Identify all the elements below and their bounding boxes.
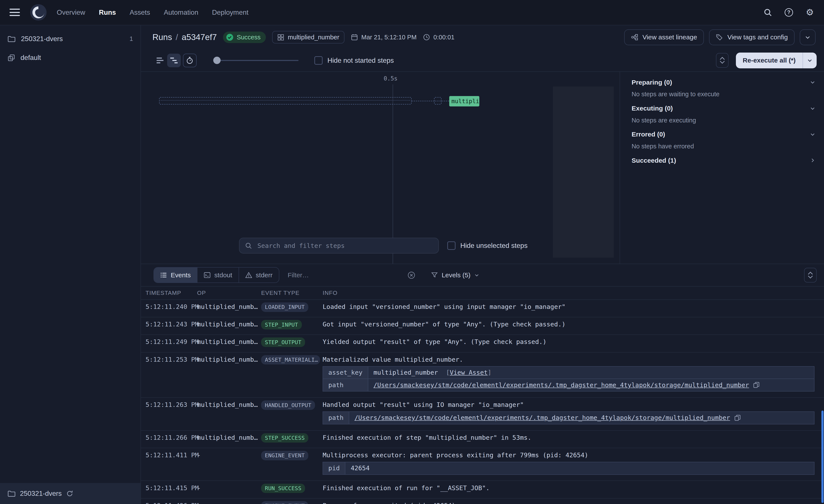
refresh-icon[interactable] [66,490,73,497]
table-row[interactable]: 5:12:11.426 PM - ENGINE_EVENT Process fo… [141,499,824,504]
status-section-header[interactable]: Errored (0) [631,131,816,138]
status-badge: Success [223,31,266,43]
status-section-header[interactable]: Preparing (0) [631,79,816,86]
sidebar-footer-label: 250321-dvers [20,490,62,498]
gantt-zoom-slider[interactable] [213,57,298,64]
main-panel: Runs / a5347ef7 Success multiplied_numbe… [141,25,824,504]
meta-key: path [323,379,368,391]
section-body: No steps are executing [631,117,816,124]
event-info: Materialized value multiplied_number. as… [323,353,815,397]
planned-step-bar[interactable] [159,97,411,105]
event-info-text: Multiprocess executor: parent process ex… [323,451,815,460]
list-icon [160,272,167,279]
re-execute-button[interactable]: Re-execute all (*) [736,52,803,69]
view-asset-link[interactable]: View Asset [450,369,488,376]
chevron-down-icon [805,34,811,40]
table-row[interactable]: 5:12:11.266 PM multiplied_number STEP_SU… [141,431,824,448]
status-section-succeeded: Succeeded (1) [620,153,824,167]
log-table-body: 5:12:11.240 PM multiplied_number LOADED_… [141,300,824,504]
event-op: - [197,448,261,463]
help-icon[interactable]: ? [784,8,794,17]
view-tags-config-button[interactable]: View tags and config [709,29,795,45]
check-circle-icon [226,33,234,41]
gantt-view-flat-button[interactable] [153,54,167,67]
step-bar-multiplied-number[interactable]: multipli… [449,96,479,107]
event-timestamp: 5:12:11.266 PM [145,431,197,445]
menu-icon[interactable] [9,9,20,16]
step-search-box[interactable] [239,238,439,254]
status-section-header[interactable]: Succeeded (1) [631,157,816,164]
run-timestamp-label: Mar 21, 5:12:10 PM [362,34,417,41]
table-row[interactable]: 5:12:11.411 PM - ENGINE_EVENT Multiproce… [141,448,824,481]
table-row[interactable]: 5:12:11.415 PM - RUN_SUCCESS Finished ex… [141,481,824,498]
log-expand-button[interactable] [804,268,817,282]
slider-knob[interactable] [213,57,221,64]
event-type-badge: STEP_OUTPUT [261,338,305,347]
bracket: [ [446,369,450,376]
nav-assets[interactable]: Assets [130,8,150,16]
checkbox-box[interactable] [314,56,323,65]
breadcrumb-runs[interactable]: Runs [152,32,172,42]
section-title: Errored (0) [631,131,665,138]
sidebar-item-default[interactable]: default [0,48,140,67]
nav-automation[interactable]: Automation [164,8,198,16]
event-type-badge: ENGINE_EVENT [261,451,308,460]
event-metadata: asset_key multiplied_number [View Asset]… [323,366,815,392]
run-header: Runs / a5347ef7 Success multiplied_numbe… [141,25,824,49]
re-execute-caret-button[interactable] [803,52,817,69]
path-link[interactable]: /Users/smackesey/stm/code/elementl/exper… [374,381,749,389]
dagster-logo[interactable] [29,3,47,21]
nav-runs[interactable]: Runs [99,8,116,16]
col-op: OP [197,290,261,296]
chevron-right-icon [810,157,816,163]
table-row[interactable]: 5:12:11.253 PM multiplied_number ASSET_M… [141,353,824,398]
sidebar-footer[interactable]: 250321-dvers [0,483,140,504]
table-row[interactable]: 5:12:11.240 PM multiplied_number LOADED_… [141,300,824,317]
levels-dropdown[interactable]: Levels (5) [431,271,479,279]
table-row[interactable]: 5:12:11.263 PM multiplied_number HANDLED… [141,398,824,431]
run-title: Runs / a5347ef7 [152,32,217,42]
view-asset-lineage-button[interactable]: View asset lineage [624,29,704,45]
nav-deployment[interactable]: Deployment [212,8,248,16]
sidebar-default-label: default [21,54,41,61]
search-icon[interactable] [763,8,772,17]
log-table-header: TIMESTAMP OP EVENT TYPE INFO [141,286,824,300]
gantt-expand-button[interactable] [716,53,728,68]
gantt-timing-toggle-button[interactable] [183,54,197,67]
checkbox-box[interactable] [447,241,456,250]
settings-gear-icon[interactable]: ⚙ [805,8,815,17]
chevron-down-icon [810,106,816,111]
gantt-view-waterfall-button[interactable] [167,54,181,67]
col-event-type: EVENT TYPE [261,290,323,296]
nav-overview[interactable]: Overview [57,8,85,16]
clear-filter-icon[interactable] [407,271,415,279]
log-filter-input[interactable] [287,271,404,279]
scrollbar-thumb[interactable] [821,410,824,503]
stopwatch-icon [186,56,194,64]
sidebar-item-repo[interactable]: 250321-dvers 1 [0,29,140,48]
tab-events[interactable]: Events [154,268,198,282]
log-filter [287,271,415,279]
hide-not-started-checkbox[interactable]: Hide not started steps [314,56,394,65]
table-row[interactable]: 5:12:11.249 PM multiplied_number STEP_OU… [141,335,824,352]
status-section-header[interactable]: Executing (0) [631,105,816,112]
event-timestamp: 5:12:11.253 PM [145,353,197,367]
clock-icon [423,33,430,41]
tab-stdout[interactable]: stdout [197,268,239,282]
asset-tag-chip[interactable]: multiplied_number [272,31,344,43]
run-more-actions-button[interactable] [800,29,816,45]
re-execute-split-button: Re-execute all (*) [736,52,817,69]
asset-group-icon [7,54,15,61]
meta-key: asset_key [323,366,368,379]
event-type-badge: LOADED_INPUT [261,302,308,312]
search-icon [245,242,252,249]
path-link[interactable]: /Users/smackesey/stm/code/elementl/exper… [354,414,730,421]
copy-icon[interactable] [753,382,759,388]
meta-value: 42654 [345,462,814,475]
table-row[interactable]: 5:12:11.243 PM multiplied_number STEP_IN… [141,317,824,335]
tab-stderr[interactable]: stderr [239,268,279,282]
step-search-input[interactable] [256,241,433,250]
copy-icon[interactable] [734,415,741,421]
chevron-down-icon [807,57,813,64]
hide-unselected-checkbox[interactable]: Hide unselected steps [447,241,528,250]
